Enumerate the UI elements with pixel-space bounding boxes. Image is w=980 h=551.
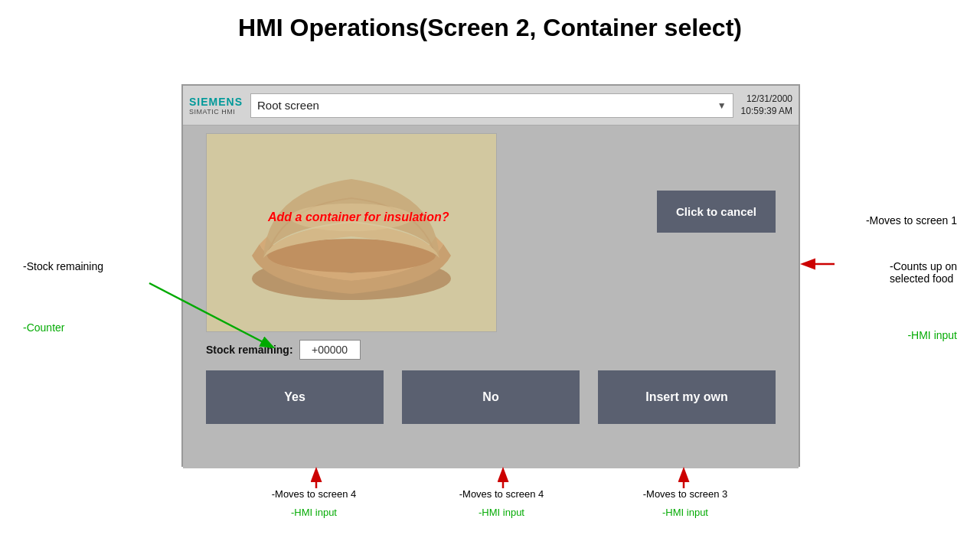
- annotation-screen1: -Moves to screen 1: [866, 214, 957, 227]
- annotation-no-hmi: -HMI input: [433, 507, 570, 518]
- bottom-buttons: Yes No Insert my own: [206, 370, 776, 424]
- siemens-logo: SIEMENS SIMATIC HMI: [189, 96, 243, 116]
- hmi-screen: SIEMENS SIMATIC HMI Root screen ▼ 12/31/…: [181, 84, 800, 467]
- hmi-date: 12/31/2000: [741, 93, 792, 106]
- annotation-insert-nav: -Moves to screen 3: [612, 488, 758, 500]
- food-container-svg: [221, 145, 482, 321]
- no-button[interactable]: No: [402, 370, 580, 424]
- screen-name: Root screen: [257, 99, 319, 112]
- annotation-insert-hmi: -HMI input: [612, 507, 758, 518]
- hmi-time: 10:59:39 AM: [741, 106, 792, 118]
- page-title: HMI Operations(Screen 2, Container selec…: [0, 0, 980, 50]
- annotation-counts: -Counts up onselected food: [890, 260, 957, 285]
- annotation-hmi-right: -HMI input: [907, 329, 957, 341]
- hmi-datetime: 12/31/2000 10:59:39 AM: [741, 93, 792, 117]
- stock-label: Stock remaining:: [206, 344, 293, 356]
- container-image-area: Add a container for insulation?: [206, 133, 497, 332]
- screen-selector[interactable]: Root screen ▼: [250, 93, 733, 118]
- insert-my-own-button[interactable]: Insert my own: [598, 370, 776, 424]
- stock-value: +00000: [299, 340, 361, 360]
- annotation-yes-nav: -Moves to screen 4: [245, 488, 383, 500]
- yes-button[interactable]: Yes: [206, 370, 384, 424]
- container-question: Add a container for insulation?: [268, 210, 449, 224]
- hmi-header: SIEMENS SIMATIC HMI Root screen ▼ 12/31/…: [183, 86, 799, 126]
- brand-top: SIEMENS: [189, 96, 243, 108]
- brand-bottom: SIMATIC HMI: [189, 108, 243, 116]
- annotation-counter: -Counter: [23, 321, 64, 334]
- annotation-yes-hmi: -HMI input: [245, 507, 383, 518]
- cancel-button[interactable]: Click to cancel: [657, 191, 776, 233]
- stock-row: Stock remaining: +00000: [206, 340, 361, 360]
- annotation-no-nav: -Moves to screen 4: [433, 488, 570, 500]
- chevron-down-icon: ▼: [717, 100, 727, 111]
- annotation-stock-remaining: -Stock remaining: [23, 260, 103, 272]
